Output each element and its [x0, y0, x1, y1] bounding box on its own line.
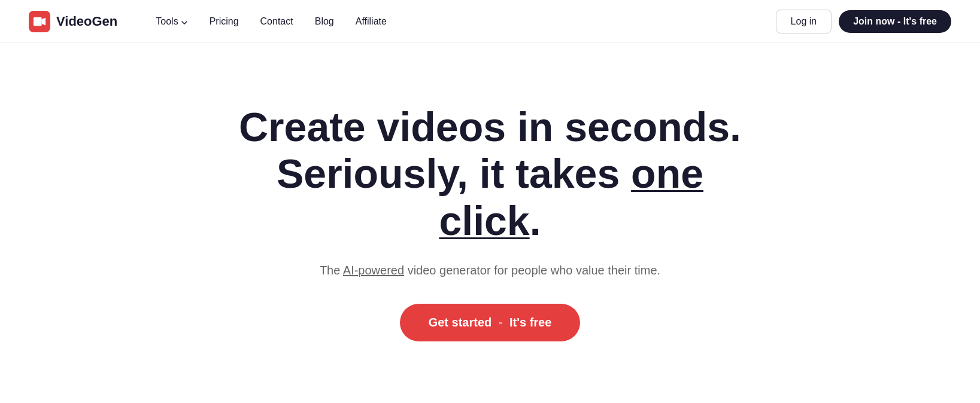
- svg-rect-0: [34, 17, 42, 26]
- nav-tools[interactable]: Tools: [146, 11, 197, 32]
- nav-actions: Log in Join now - It's free: [776, 10, 951, 33]
- hero-ai-powered-link[interactable]: AI-powered: [343, 264, 404, 277]
- svg-marker-1: [42, 17, 45, 25]
- logo-icon: [29, 11, 50, 32]
- cta-light-text: It's free: [509, 316, 551, 329]
- cta-bold-text: Get started: [429, 316, 492, 329]
- hero-heading-line1: Create videos in seconds.: [239, 104, 741, 149]
- navbar: VideoGen Tools Pricing Contact Blog Affi…: [0, 0, 980, 43]
- login-button[interactable]: Log in: [776, 10, 832, 33]
- hero-subtext-start: The: [320, 264, 343, 277]
- hero-heading-line2-end: .: [530, 198, 541, 243]
- hero-heading: Create videos in seconds. Seriously, it …: [221, 103, 760, 244]
- hero-heading-line2-start: Seriously, it takes: [277, 151, 631, 196]
- get-started-button[interactable]: Get started - It's free: [400, 304, 581, 341]
- hero-subtext: The AI-powered video generator for peopl…: [320, 261, 660, 280]
- nav-contact[interactable]: Contact: [251, 11, 303, 32]
- videogen-logo-svg: [33, 15, 46, 28]
- chevron-down-icon: [181, 18, 188, 25]
- nav-blog[interactable]: Blog: [305, 11, 344, 32]
- hero-section: Create videos in seconds. Seriously, it …: [0, 43, 980, 402]
- nav-links: Tools Pricing Contact Blog Affiliate: [146, 11, 775, 32]
- join-button[interactable]: Join now - It's free: [839, 10, 951, 33]
- brand-name: VideoGen: [56, 14, 117, 29]
- logo[interactable]: VideoGen: [29, 11, 117, 32]
- hero-heading-line2: Seriously, it takes one click.: [277, 151, 703, 243]
- nav-affiliate[interactable]: Affiliate: [346, 11, 396, 32]
- nav-pricing[interactable]: Pricing: [200, 11, 248, 32]
- hero-subtext-end: video generator for people who value the…: [404, 264, 660, 277]
